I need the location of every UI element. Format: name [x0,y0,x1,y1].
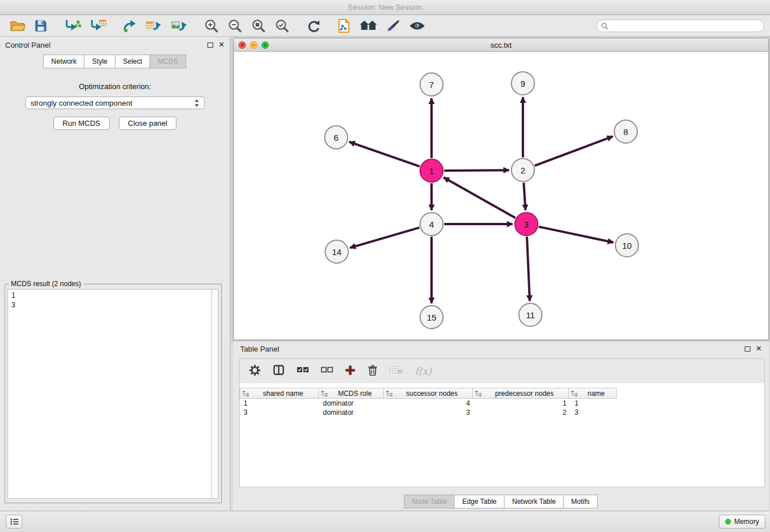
table-cell: dominator [319,408,384,417]
memory-button[interactable]: Memory [719,515,765,529]
zoom-window-button[interactable]: + [261,41,269,49]
graph-node-14[interactable]: 14 [325,240,348,263]
task-history-button[interactable] [6,515,22,529]
svg-text:11: 11 [526,310,535,320]
graph-node-1[interactable]: 1 [420,159,443,182]
svg-text:6: 6 [334,133,338,142]
add-column-button[interactable] [345,365,356,378]
minimize-window-button[interactable]: − [250,41,257,49]
run-mcds-button[interactable]: Run MCDS [53,117,110,130]
show-hide-button[interactable] [405,17,430,35]
search-input[interactable] [611,22,760,30]
table-tab-edge-table[interactable]: Edge Table [454,495,505,508]
table-row[interactable]: 1dominator411 [240,399,764,408]
show-hide-icon [409,20,426,32]
svg-text:15: 15 [427,313,437,322]
export-network-button[interactable] [118,17,141,35]
control-panel-tabs: NetworkStyleSelectMCDS [0,55,230,68]
import-table-icon [89,18,106,33]
import-network-button[interactable] [60,17,85,35]
table-panel-header: Table Panel ✕ [233,341,769,356]
graph-edge-3-1[interactable] [444,178,515,218]
network-window-title: scc.txt [491,41,512,49]
mcds-result-item[interactable]: 3 [11,300,208,310]
delete-column-icon [367,364,378,376]
graph-edge-4-14[interactable] [350,228,419,248]
close-panel-icon[interactable]: ✕ [218,41,225,48]
export-table-button[interactable] [141,17,167,35]
import-table-button[interactable] [85,17,110,35]
zoom-in-icon [204,18,220,33]
graph-edge-2-3[interactable] [523,183,525,210]
table-cell: 3 [384,408,474,417]
column-header-predecessor-nodes[interactable]: predecessor nodes [472,388,569,399]
save-session-button[interactable] [30,17,52,35]
delete-column-button[interactable] [367,364,378,379]
float-panel-icon[interactable] [207,43,213,48]
table-row[interactable]: 3dominator323 [240,408,764,417]
close-window-button[interactable]: × [238,41,246,49]
mcds-result-list[interactable]: 13 [7,289,211,499]
float-table-panel-icon[interactable] [745,346,750,352]
graph-node-3[interactable]: 3 [515,213,538,236]
mcds-result-item[interactable]: 1 [11,291,208,300]
table-tab-node-table[interactable]: Node Table [404,495,455,508]
graph-edge-2-8[interactable] [535,136,613,165]
table-tab-network-table[interactable]: Network Table [504,495,564,508]
node-table-header-row: shared nameMCDS rolesuccessor nodesprede… [240,388,764,399]
refresh-button[interactable] [302,17,325,35]
graph-node-11[interactable]: 11 [519,303,542,326]
table-cell: 1 [240,399,319,408]
column-header-label: MCDS role [328,390,382,398]
svg-text:1: 1 [429,166,434,176]
table-tab-motifs[interactable]: Motifs [563,495,598,508]
select-all-columns-button[interactable] [297,366,309,376]
export-image-button[interactable] [167,17,192,35]
save-session-icon [34,19,48,33]
graph-node-9[interactable]: 9 [511,72,534,95]
network-canvas[interactable]: 7968124314101511 [234,52,768,340]
column-header-successor-nodes[interactable]: successor nodes [383,388,473,399]
search-box[interactable] [596,20,764,32]
table-settings-button[interactable] [249,364,261,379]
graph-node-8[interactable]: 8 [614,120,637,143]
column-header-name[interactable]: name [568,388,617,399]
delete-table-button[interactable] [390,365,403,377]
zoom-in-button[interactable] [200,17,224,35]
close-table-panel-icon[interactable]: ✕ [756,345,762,352]
function-builder-button[interactable]: f(x) [415,365,432,377]
graph-node-2[interactable]: 2 [511,159,534,182]
mcds-result-scrollbar[interactable] [211,289,218,499]
zoom-selected-button[interactable] [271,17,294,35]
graph-node-4[interactable]: 4 [420,213,443,236]
graph-edge-1-2[interactable] [444,170,509,171]
home-layout-button[interactable] [355,17,382,35]
control-panel-tab-select[interactable]: Select [115,55,150,68]
criterion-dropdown[interactable]: strongly connected component [25,97,205,109]
graph-node-10[interactable]: 10 [615,234,638,257]
open-session-button[interactable] [6,17,30,35]
zoom-out-button[interactable] [224,17,247,35]
control-panel-tab-style[interactable]: Style [84,55,116,68]
graph-node-7[interactable]: 7 [420,73,443,96]
deselect-all-columns-button[interactable] [321,366,333,376]
clone-network-button[interactable] [333,17,355,35]
select-all-columns-icon [297,366,309,374]
close-panel-button[interactable]: Close panel [119,117,177,130]
column-header-mcds-role[interactable]: MCDS role [318,388,384,399]
graph-edge-3-11[interactable] [527,237,530,301]
mcds-result-box: MCDS result (2 nodes) 13 [5,284,222,503]
graph-node-6[interactable]: 6 [325,126,348,149]
window-title: Session: New Session [348,3,422,11]
column-layout-button[interactable] [272,364,285,378]
column-header-label: name [578,390,614,398]
zoom-fit-button[interactable] [247,17,271,35]
table-cell: 1 [474,399,571,408]
graph-node-15[interactable]: 15 [420,306,443,329]
graph-edge-3-10[interactable] [539,227,614,242]
control-panel-tab-mcds[interactable]: MCDS [149,55,186,68]
graph-edge-1-6[interactable] [349,142,420,167]
column-header-shared-name[interactable]: shared name [240,388,319,399]
style-button[interactable] [382,17,405,35]
control-panel-tab-network[interactable]: Network [43,55,84,68]
